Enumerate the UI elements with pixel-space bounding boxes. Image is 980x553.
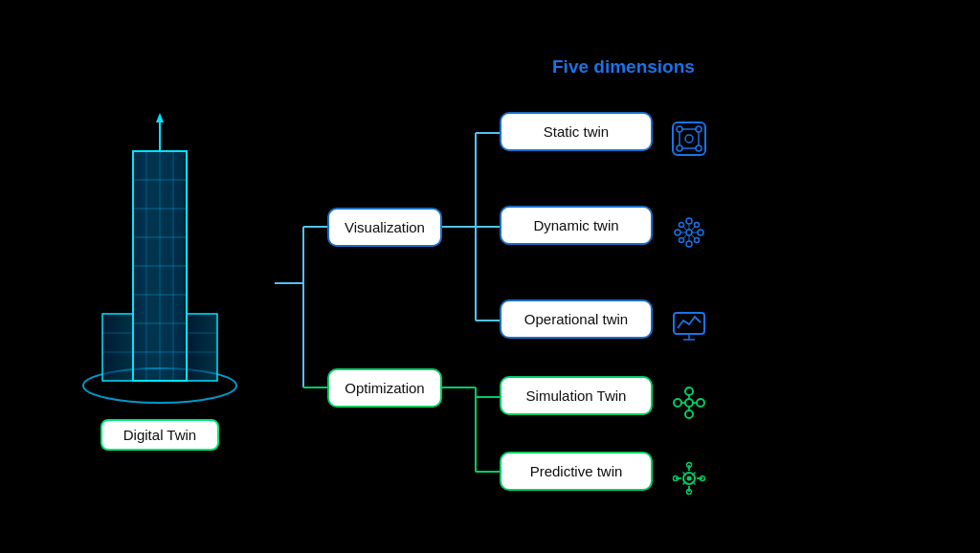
svg-point-46: [685, 135, 693, 143]
predictive-twin-icon: [667, 456, 711, 500]
svg-marker-6: [156, 113, 164, 122]
svg-point-54: [679, 238, 684, 243]
svg-rect-3: [102, 314, 133, 381]
predictive-twin-box: Predictive twin: [500, 452, 653, 491]
svg-point-68: [685, 399, 693, 407]
svg-point-71: [685, 387, 693, 395]
svg-point-47: [675, 230, 680, 235]
svg-line-61: [691, 234, 695, 238]
simulation-twin-box: Simulation Twin: [500, 376, 653, 415]
svg-point-49: [698, 230, 703, 235]
building-svg: [74, 103, 246, 409]
building-section: Digital Twin: [74, 103, 246, 451]
svg-point-53: [695, 223, 700, 228]
operational-twin-box: Operational twin: [500, 299, 653, 339]
svg-point-40: [677, 145, 682, 151]
five-dimensions-heading: Five dimensions: [552, 56, 695, 77]
svg-point-48: [686, 218, 692, 224]
svg-line-60: [683, 227, 687, 231]
svg-line-62: [691, 227, 695, 231]
svg-line-63: [683, 234, 687, 238]
svg-point-69: [674, 399, 681, 407]
svg-point-55: [695, 238, 700, 243]
static-twin-icon: [667, 117, 711, 161]
svg-point-38: [677, 126, 682, 132]
svg-point-52: [679, 223, 684, 228]
operational-twin-icon: [667, 304, 711, 348]
svg-point-72: [685, 410, 693, 418]
dynamic-twin-icon: [667, 210, 711, 254]
svg-point-50: [686, 241, 692, 247]
building-illustration: [74, 103, 246, 409]
right-layout: Five dimensions: [275, 28, 906, 525]
optimization-box: Optimization: [327, 368, 442, 408]
svg-rect-4: [187, 314, 217, 381]
static-twin-box: Static twin: [500, 112, 653, 151]
svg-point-41: [696, 145, 702, 151]
diagram-container: Digital Twin Five dimensions: [0, 0, 980, 553]
visualization-box: Visualization: [327, 208, 442, 247]
svg-point-78: [687, 476, 692, 481]
svg-point-70: [697, 399, 704, 407]
connector-lines: [275, 28, 906, 525]
building-label: Digital Twin: [100, 419, 219, 451]
simulation-twin-icon: [667, 381, 711, 425]
svg-point-39: [696, 126, 702, 132]
dynamic-twin-box: Dynamic twin: [500, 206, 653, 245]
